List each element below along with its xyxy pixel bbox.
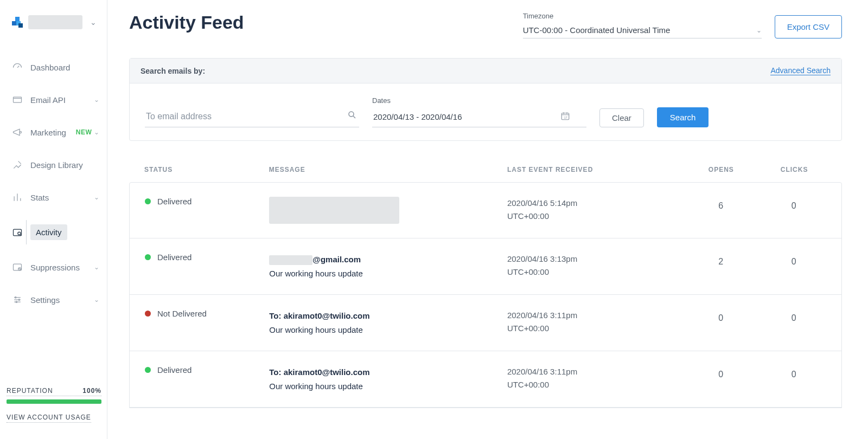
message-subject: Our working hours update bbox=[269, 379, 507, 393]
opens-value: 6 bbox=[680, 197, 762, 211]
message-subject: Our working hours update bbox=[269, 267, 507, 281]
sidebar-item-email-api[interactable]: Email API ⌄ bbox=[0, 83, 107, 116]
reputation-row: REPUTATION 100% bbox=[7, 387, 101, 396]
clicks-value: 0 bbox=[761, 253, 826, 267]
sidebar-item-label: Settings bbox=[30, 295, 60, 305]
brand-switcher[interactable]: ⌄ bbox=[0, 15, 107, 40]
message-to: To: akiramot0@twilio.com bbox=[269, 365, 507, 379]
search-icon bbox=[347, 110, 357, 122]
sidebar: ⌄ Dashboard Email API ⌄ Marketing NEW ⌄ … bbox=[0, 0, 107, 439]
view-account-usage-link[interactable]: VIEW ACCOUNT USAGE bbox=[7, 414, 91, 423]
sidebar-item-activity[interactable]: Activity bbox=[0, 214, 107, 251]
clear-button[interactable]: Clear bbox=[599, 108, 644, 127]
col-message: MESSAGE bbox=[269, 166, 507, 173]
status-dot-icon bbox=[145, 198, 151, 204]
dates-input[interactable]: 2020/04/13 - 2020/04/16 17 bbox=[372, 107, 586, 127]
chevron-down-icon: ⌄ bbox=[756, 27, 762, 34]
event-tz: UTC+00:00 bbox=[507, 322, 680, 335]
event-time: 2020/04/16 3:11pm bbox=[507, 309, 680, 322]
sidebar-item-label: Activity bbox=[30, 224, 67, 240]
table-row[interactable]: Delivered To: akiramot0@twilio.com Our w… bbox=[130, 351, 841, 408]
search-header-label: Search emails by: bbox=[141, 67, 205, 75]
main-content: Activity Feed Timezone UTC-00:00 - Coord… bbox=[107, 0, 868, 439]
search-body: Dates 2020/04/13 - 2020/04/16 17 Clear S… bbox=[130, 83, 841, 140]
event-tz: UTC+00:00 bbox=[507, 378, 680, 391]
chevron-down-icon: ⌄ bbox=[90, 18, 97, 27]
col-opens: OPENS bbox=[680, 166, 762, 173]
marketing-icon bbox=[12, 127, 23, 138]
activity-table: STATUS MESSAGE LAST EVENT RECEIVED OPENS… bbox=[129, 157, 842, 408]
search-header: Search emails by: Advanced Search bbox=[130, 59, 841, 83]
activity-icon bbox=[12, 227, 23, 238]
dates-input-wrap: Dates 2020/04/13 - 2020/04/16 17 bbox=[372, 96, 586, 127]
dates-value: 2020/04/13 - 2020/04/16 bbox=[373, 112, 462, 121]
svg-rect-0 bbox=[14, 97, 22, 102]
event-tz: UTC+00:00 bbox=[507, 210, 680, 223]
table-row[interactable]: Delivered 2020/04/16 5:14pm UTC+00:00 6 … bbox=[130, 183, 841, 238]
dashboard-icon bbox=[12, 62, 23, 73]
status-text: Not Delivered bbox=[157, 309, 207, 318]
header-right: Timezone UTC-00:00 - Coordinated Univers… bbox=[523, 12, 842, 38]
status-text: Delivered bbox=[157, 197, 192, 206]
status-dot-icon bbox=[145, 367, 151, 373]
opens-value: 0 bbox=[680, 365, 762, 379]
clicks-value: 0 bbox=[761, 197, 826, 211]
search-panel: Search emails by: Advanced Search Dates … bbox=[129, 58, 842, 141]
sidebar-item-suppressions[interactable]: Suppressions ⌄ bbox=[0, 251, 107, 283]
sidebar-item-stats[interactable]: Stats ⌄ bbox=[0, 181, 107, 214]
status-dot-icon bbox=[145, 311, 151, 317]
email-prefix-redacted bbox=[269, 255, 312, 265]
sidebar-item-label: Dashboard bbox=[30, 63, 70, 72]
chevron-down-icon: ⌄ bbox=[94, 263, 99, 271]
to-email-input[interactable] bbox=[145, 106, 359, 127]
sidebar-item-label: Email API bbox=[30, 95, 66, 105]
timezone-select-box: Timezone UTC-00:00 - Coordinated Univers… bbox=[523, 12, 762, 38]
timezone-value: UTC-00:00 - Coordinated Universal Time bbox=[523, 25, 671, 35]
clicks-value: 0 bbox=[761, 309, 826, 323]
design-library-icon bbox=[12, 159, 23, 170]
sidebar-item-label: Suppressions bbox=[30, 263, 80, 272]
export-csv-button[interactable]: Export CSV bbox=[775, 15, 842, 38]
sidebar-item-dashboard[interactable]: Dashboard bbox=[0, 51, 107, 83]
new-badge: NEW bbox=[76, 128, 92, 136]
table-row[interactable]: Delivered @gmail.com Our working hours u… bbox=[130, 238, 841, 295]
event-time: 2020/04/16 5:14pm bbox=[507, 197, 680, 210]
clicks-value: 0 bbox=[761, 365, 826, 379]
message-redacted bbox=[269, 197, 399, 224]
reputation-percent: 100% bbox=[82, 387, 101, 395]
chevron-down-icon: ⌄ bbox=[94, 96, 99, 104]
table-header: STATUS MESSAGE LAST EVENT RECEIVED OPENS… bbox=[129, 157, 842, 182]
table-body: Delivered 2020/04/16 5:14pm UTC+00:00 6 … bbox=[129, 182, 842, 408]
email-api-icon bbox=[12, 94, 23, 105]
brand-logo-icon bbox=[12, 17, 23, 28]
advanced-search-link[interactable]: Advanced Search bbox=[770, 66, 831, 75]
timezone-select[interactable]: UTC-00:00 - Coordinated Universal Time ⌄ bbox=[523, 22, 762, 38]
opens-value: 2 bbox=[680, 253, 762, 267]
sidebar-item-marketing[interactable]: Marketing NEW ⌄ bbox=[0, 116, 107, 149]
chevron-down-icon: ⌄ bbox=[94, 296, 99, 304]
suppressions-icon bbox=[12, 262, 23, 273]
message-subject: Our working hours update bbox=[269, 323, 507, 337]
svg-text:17: 17 bbox=[564, 116, 567, 119]
search-button[interactable]: Search bbox=[657, 107, 709, 127]
account-name-redacted bbox=[28, 15, 82, 29]
dates-label: Dates bbox=[372, 96, 586, 105]
sidebar-item-label: Stats bbox=[30, 193, 49, 202]
table-row[interactable]: Not Delivered To: akiramot0@twilio.com O… bbox=[130, 295, 841, 351]
chevron-down-icon: ⌄ bbox=[94, 128, 99, 136]
sidebar-item-label: Design Library bbox=[30, 160, 83, 170]
chevron-down-icon: ⌄ bbox=[94, 193, 99, 201]
event-tz: UTC+00:00 bbox=[507, 266, 680, 279]
reputation-label: REPUTATION bbox=[7, 387, 53, 395]
sidebar-item-settings[interactable]: Settings ⌄ bbox=[0, 283, 107, 316]
status-text: Delivered bbox=[157, 253, 192, 262]
sidebar-item-label: Marketing bbox=[30, 128, 66, 137]
calendar-icon: 17 bbox=[560, 111, 570, 122]
nav-list: Dashboard Email API ⌄ Marketing NEW ⌄ De… bbox=[0, 40, 107, 327]
email-input-wrap bbox=[145, 106, 359, 127]
event-time: 2020/04/16 3:13pm bbox=[507, 253, 680, 266]
col-last-event: LAST EVENT RECEIVED bbox=[507, 166, 680, 173]
page-title: Activity Feed bbox=[129, 12, 244, 33]
sidebar-item-design-library[interactable]: Design Library bbox=[0, 149, 107, 181]
col-clicks: CLICKS bbox=[762, 166, 827, 173]
